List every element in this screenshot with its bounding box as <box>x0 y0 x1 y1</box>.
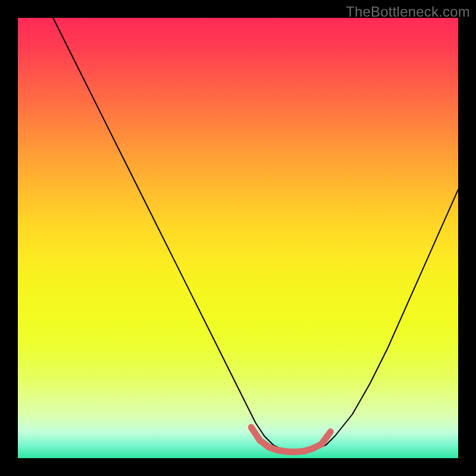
plot-area <box>18 18 458 458</box>
highlight-segment <box>251 427 260 440</box>
chart-frame: TheBottleneck.com <box>0 0 476 476</box>
bottleneck-curve <box>53 18 458 452</box>
highlight-markers <box>251 427 330 452</box>
chart-svg <box>18 18 458 458</box>
